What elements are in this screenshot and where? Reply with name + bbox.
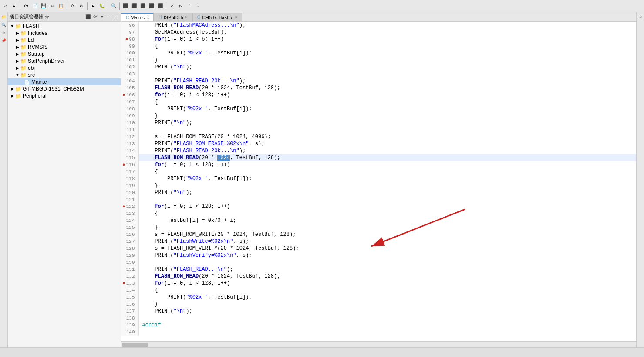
code-line[interactable]: PRINT("FLASH_READ 20k...\n"); <box>138 147 636 154</box>
code-line[interactable]: #endif <box>138 322 636 329</box>
code-line[interactable]: for(i = 0; i < 128; i++) <box>138 92 636 99</box>
tree-arrow-gt[interactable]: ▶ <box>10 87 15 91</box>
horizontal-scrollbar[interactable] <box>121 341 636 347</box>
tree-arrow-flash[interactable]: ▼ <box>10 24 15 28</box>
tree-item-startup[interactable]: ▶ 📁 Startup <box>8 51 121 58</box>
toolbar-icon-1[interactable]: ▸ <box>10 2 18 10</box>
code-line[interactable] <box>138 329 636 336</box>
code-line[interactable]: FLASH_ROM_READ(20 * 1024, TestBuf, 128); <box>138 273 636 280</box>
tree-item-rvmsis[interactable]: ▶ 📁 RVMSIS <box>8 44 121 51</box>
code-line[interactable]: { <box>138 43 636 50</box>
tree-item-mainc[interactable]: 📄 Main.c <box>8 78 121 85</box>
tree-arrow-stdperiphdriver[interactable]: ▶ <box>15 59 20 63</box>
tree-item-src[interactable]: ▼ 📁 src <box>8 71 121 78</box>
code-line[interactable]: PRINT("FlashVerify=%02x\n", s); <box>138 252 636 259</box>
code-line[interactable]: FLASH_ROM_READ(20 * 1024, TestBuf, 128); <box>138 85 636 92</box>
code-line[interactable]: PRINT("FLASH_READ 20k...\n"); <box>138 78 636 85</box>
toolbar-back[interactable]: ◁ <box>2 2 10 10</box>
code-line[interactable]: FLASH_ROM_READ(20 * 1024, TestBuf, 128); <box>138 154 636 161</box>
scrollbar-thumb[interactable] <box>122 343 148 347</box>
tree-item-gt[interactable]: ▶ 📁 GT-MBGD-1931_CH582M <box>8 85 121 92</box>
sidebar-menu-icon[interactable]: ▾ <box>99 14 105 20</box>
tab-isp583h-close[interactable]: × <box>185 15 188 20</box>
toolbar-icon-12[interactable]: ⬛ <box>148 2 155 10</box>
panel-icon-1[interactable]: 📁 <box>1 14 7 20</box>
sidebar-min-icon[interactable]: — <box>106 14 112 20</box>
right-panel-icon-1[interactable]: ◁ <box>637 14 644 20</box>
code-line[interactable]: s = FLASH_ROM_VERIFY(20 * 1024, TestBuf,… <box>138 245 636 252</box>
code-line[interactable]: PRINT("\n"); <box>138 64 636 71</box>
tab-ch58xflash[interactable]: C CH58x_flash.c × <box>192 13 243 21</box>
toolbar-icon-8[interactable]: ⚙ <box>78 2 85 10</box>
toolbar-icon-3[interactable]: 📄 <box>31 2 39 10</box>
code-line[interactable] <box>138 196 636 203</box>
code-line[interactable]: PRINT("FlashMACAdress...\n"); <box>138 22 636 29</box>
toolbar-debug[interactable]: 🐛 <box>98 2 106 10</box>
code-line[interactable]: PRINT("\n"); <box>138 119 636 126</box>
toolbar-icon-13[interactable]: ⬛ <box>156 2 164 10</box>
code-line[interactable] <box>138 126 636 133</box>
tree-item-ld[interactable]: ▶ 📁 Ld <box>8 37 121 44</box>
toolbar-search[interactable]: 🔍 <box>110 2 118 10</box>
tree-arrow-rvmsis[interactable]: ▶ <box>15 45 20 49</box>
code-line[interactable]: PRINT("\n"); <box>138 189 636 196</box>
tab-mainc-close[interactable]: × <box>147 15 149 20</box>
code-line[interactable]: } <box>138 301 636 308</box>
toolbar-icon-5[interactable]: ✂ <box>48 2 56 10</box>
sidebar-max-icon[interactable]: □ <box>113 14 119 20</box>
tree-arrow-peripheral[interactable]: ▶ <box>10 94 15 98</box>
code-line[interactable]: for(i = 0; i < 128; i++) <box>138 203 636 210</box>
code-editor[interactable]: 96 PRINT("FlashMACAdress...\n"); 97 GetM… <box>121 22 636 341</box>
code-line[interactable]: TestBuf[i] = 0x70 + i; <box>138 217 636 224</box>
toolbar-icon-16[interactable]: ↑ <box>185 2 193 10</box>
code-line[interactable]: { <box>138 287 636 294</box>
code-line[interactable]: PRINT("%02x ", TestBuf[i]); <box>138 105 636 112</box>
sidebar-sync-icon[interactable]: ⟳ <box>92 14 98 20</box>
code-line[interactable]: for(i = 0; i < 128; i++) <box>138 280 636 287</box>
toolbar-icon-14[interactable]: ◁ <box>168 2 176 10</box>
code-line[interactable] <box>138 71 636 78</box>
tree-arrow-includes[interactable]: ▶ <box>15 31 20 35</box>
tab-ch58xflash-close[interactable]: × <box>235 15 238 20</box>
code-line[interactable]: PRINT("%02x ", TestBuf[i]); <box>138 50 636 57</box>
code-line[interactable]: PRINT("\n"); <box>138 308 636 315</box>
panel-icon-4[interactable]: 📌 <box>1 37 7 44</box>
code-line[interactable]: PRINT("FlashWrite=%02x\n", s); <box>138 238 636 245</box>
tree-item-stdperiphdriver[interactable]: ▶ 📁 StdPeriphDriver <box>8 58 121 65</box>
toolbar-run[interactable]: ▶ <box>89 2 97 10</box>
code-line[interactable]: PRINT("FLASH_ROM_ERASE=%02x\n", s); <box>138 140 636 147</box>
tab-isp583h[interactable]: H ISP583.h × <box>154 13 192 21</box>
toolbar-icon-2[interactable]: 🗂 <box>22 2 30 10</box>
tree-item-includes[interactable]: ▶ 📁 Includes <box>8 30 121 37</box>
code-line[interactable]: { <box>138 168 636 175</box>
code-line[interactable]: PRINT("FLASH_READ...\n"); <box>138 266 636 273</box>
toolbar-icon-17[interactable]: ↓ <box>194 2 202 10</box>
code-line[interactable] <box>138 259 636 266</box>
code-line[interactable]: for(i = 0; i < 128; i++) <box>138 161 636 168</box>
toolbar-icon-4[interactable]: 💾 <box>40 2 47 10</box>
tab-mainc[interactable]: C Main.c × <box>121 13 154 21</box>
toolbar-icon-6[interactable]: 📋 <box>57 2 65 10</box>
tree-arrow-src[interactable]: ▼ <box>15 73 20 77</box>
code-line[interactable]: PRINT("%02x ", TestBuf[i]); <box>138 175 636 182</box>
code-line[interactable]: PRINT("%02x ", TestBuf[i]); <box>138 294 636 301</box>
code-line[interactable]: for(i = 0; i < 6; i++) <box>138 36 636 43</box>
code-line[interactable]: s = FLASH_ROM_ERASE(20 * 1024, 4096); <box>138 133 636 140</box>
toolbar-icon-10[interactable]: ⬛ <box>130 2 138 10</box>
code-line[interactable]: } <box>138 224 636 231</box>
code-line[interactable]: } <box>138 112 636 119</box>
code-line[interactable]: s = FLASH_ROM_WRITE(20 * 1024, TestBuf, … <box>138 231 636 238</box>
tree-arrow-startup[interactable]: ▶ <box>15 52 20 56</box>
toolbar-icon-15[interactable]: ▷ <box>177 2 185 10</box>
panel-icon-2[interactable]: 🔍 <box>1 22 7 28</box>
toolbar-icon-9[interactable]: ⬛ <box>121 2 129 10</box>
code-line[interactable]: } <box>138 57 636 64</box>
sidebar-collapse-icon[interactable]: ⬛ <box>85 14 91 20</box>
code-line[interactable]: } <box>138 182 636 189</box>
tree-arrow-obj[interactable]: ▶ <box>15 66 20 70</box>
panel-icon-3[interactable]: ⚙ <box>1 30 7 36</box>
tree-item-flash[interactable]: ▼ 📁 FLASH <box>8 23 121 30</box>
code-line[interactable] <box>138 315 636 322</box>
tree-arrow-ld[interactable]: ▶ <box>15 38 20 42</box>
code-line[interactable]: { <box>138 210 636 217</box>
